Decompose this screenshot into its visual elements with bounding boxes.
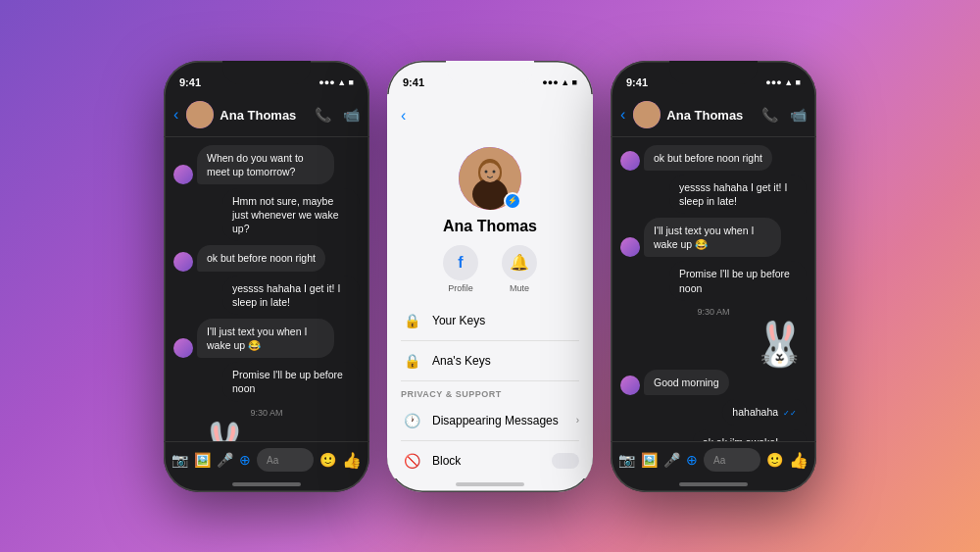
menu-text: Block — [432, 454, 542, 468]
msg-avatar — [173, 338, 193, 358]
section-label: PRIVACY & SUPPORT — [401, 389, 579, 399]
chat-header-1: ‹ Ana Thomas 📞 📹 — [164, 94, 369, 137]
bubble: yessss hahaha I get it! I sleep in late! — [222, 276, 360, 315]
msg-row: Promise I'll be up before noon — [620, 261, 807, 300]
menu-text: Disappearing Messages — [432, 414, 566, 427]
back-icon-3[interactable]: ‹ — [620, 106, 625, 124]
phone-2: 9:41 ●●● ▲ ■ ‹ — [387, 61, 593, 492]
status-time-3: 9:41 — [626, 76, 648, 88]
message-input-3[interactable]: Aa — [704, 448, 760, 472]
clock-icon: 🕐 — [401, 410, 422, 431]
image-icon-3[interactable]: 🖼️ — [641, 452, 658, 468]
camera-icon-3[interactable]: 📷 — [618, 452, 635, 468]
phone-icon-3[interactable]: 📞 — [761, 107, 778, 123]
message-input-1[interactable]: Aa — [257, 448, 314, 472]
msg-row: yessss hahaha I get it! I sleep in late! — [620, 175, 807, 214]
activity-icon-3[interactable]: ⊕ — [686, 452, 698, 468]
msg-avatar — [620, 237, 640, 257]
menu-text: Ana's Keys — [432, 354, 579, 368]
msg-row: When do you want to meet up tomorrow? — [173, 145, 360, 184]
mic-icon-3[interactable]: 🎤 — [663, 452, 680, 468]
notch-1 — [222, 61, 311, 84]
profile-btn[interactable]: f — [443, 245, 478, 280]
menu-item-your-keys[interactable]: 🔒 Your Keys — [401, 301, 579, 341]
mute-label: Mute — [510, 283, 529, 293]
activity-icon[interactable]: ⊕ — [239, 452, 251, 468]
bubble: ok but before noon right — [197, 245, 325, 271]
profile-badge: ⚡ — [504, 192, 521, 210]
header-icons-3: 📞 📹 — [761, 107, 807, 123]
sticker: 🐰 — [753, 323, 807, 366]
svg-point-3 — [480, 163, 500, 182]
msg-row: Good morning — [620, 370, 807, 395]
video-icon-1[interactable]: 📹 — [343, 107, 360, 123]
bell-icon: 🔔 — [510, 253, 529, 272]
profile-avatar-section: ⚡ Ana Thomas f Profile 🔔 Mute — [387, 137, 593, 301]
menu-item-disappearing[interactable]: 🕐 Disappearing Messages › — [401, 401, 579, 441]
home-indicator-2 — [456, 482, 524, 486]
phone-3: 9:41 ●●● ▲ ■ ‹ Ana Thomas 📞 📹 ok but bef… — [611, 61, 816, 492]
msg-row: ok but before noon right — [173, 245, 360, 271]
signal-icon-1: ●●● ▲ ■ — [318, 77, 354, 87]
status-icons-2: ●●● ▲ ■ — [542, 77, 577, 87]
mic-icon[interactable]: 🎤 — [217, 452, 233, 468]
lock-icon-1: 🔒 — [401, 310, 422, 331]
mute-btn[interactable]: 🔔 — [502, 245, 537, 280]
msg-row: ok but before noon right — [620, 145, 807, 171]
signal-icon-3: ●●● ▲ ■ — [765, 77, 801, 87]
menu-item-block[interactable]: 🚫 Block — [401, 441, 579, 478]
back-icon-2[interactable]: ‹ — [401, 107, 406, 125]
like-icon-3[interactable]: 👍 — [789, 451, 808, 470]
menu-text: Your Keys — [432, 314, 579, 327]
chat-body-1: When do you want to meet up tomorrow? Hm… — [164, 137, 369, 441]
svg-point-2 — [472, 178, 508, 210]
phone-icon-1[interactable]: 📞 — [315, 107, 331, 123]
msg-row: 🐰 — [173, 424, 360, 441]
timestamp: 9:30 AM — [620, 307, 807, 317]
status-time-2: 9:41 — [403, 76, 424, 88]
camera-icon[interactable]: 📷 — [172, 452, 188, 468]
home-indicator-1 — [232, 482, 301, 486]
bubble: When do you want to meet up tomorrow? — [197, 145, 334, 184]
back-icon-1[interactable]: ‹ — [173, 106, 178, 124]
signal-icon-2: ●●● ▲ ■ — [542, 77, 577, 87]
status-icons-3: ●●● ▲ ■ — [765, 77, 801, 87]
home-indicator-3 — [679, 482, 748, 486]
contact-name-3: Ana Thomas — [666, 108, 756, 123]
profile-actions: f Profile 🔔 Mute — [443, 245, 537, 293]
svg-point-5 — [493, 170, 496, 173]
video-icon-3[interactable]: 📹 — [790, 107, 807, 123]
profile-avatar-wrap: ⚡ — [459, 147, 521, 210]
msg-row: ok ok i'm awake! ✓✓ — [620, 429, 807, 441]
bubble: Promise I'll be up before noon — [222, 362, 360, 401]
msg-row: I'll just text you when I wake up 😂 — [173, 319, 360, 358]
bubble: Promise I'll be up before noon — [669, 261, 807, 300]
msg-avatar — [173, 252, 193, 272]
profile-action-profile[interactable]: f Profile — [443, 245, 478, 293]
bubble: ok ok i'm awake! ✓✓ — [693, 429, 807, 441]
like-icon[interactable]: 👍 — [342, 451, 362, 470]
status-time-1: 9:41 — [179, 76, 201, 88]
bubble: yessss hahaha I get it! I sleep in late! — [669, 175, 807, 214]
msg-row: Hmm not sure, maybe just whenever we wak… — [173, 188, 360, 242]
menu-item-ana-keys[interactable]: 🔒 Ana's Keys — [401, 341, 579, 381]
bubble: I'll just text you when I wake up 😂 — [197, 319, 334, 358]
msg-row: yessss hahaha I get it! I sleep in late! — [173, 276, 360, 315]
profile-screen: ‹ ⚡ — [387, 94, 593, 478]
msg-avatar — [620, 151, 640, 171]
profile-action-mute[interactable]: 🔔 Mute — [502, 245, 537, 293]
block-toggle[interactable] — [552, 453, 579, 469]
block-icon: 🚫 — [401, 450, 422, 472]
status-icons-1: ●●● ▲ ■ — [318, 77, 354, 87]
input-placeholder-3: Aa — [713, 455, 725, 466]
messenger-icon: ⚡ — [508, 196, 517, 205]
facebook-icon: f — [458, 254, 463, 272]
msg-avatar — [620, 376, 640, 395]
emoji-icon-3[interactable]: 🙂 — [766, 452, 783, 468]
chat-body-3: ok but before noon right yessss hahaha I… — [611, 137, 816, 441]
notch-2 — [446, 61, 534, 84]
emoji-icon[interactable]: 🙂 — [319, 452, 336, 468]
image-icon[interactable]: 🖼️ — [194, 452, 211, 468]
double-check: ✓✓ — [783, 409, 797, 418]
input-bar-3: 📷 🖼️ 🎤 ⊕ Aa 🙂 👍 — [611, 441, 816, 478]
